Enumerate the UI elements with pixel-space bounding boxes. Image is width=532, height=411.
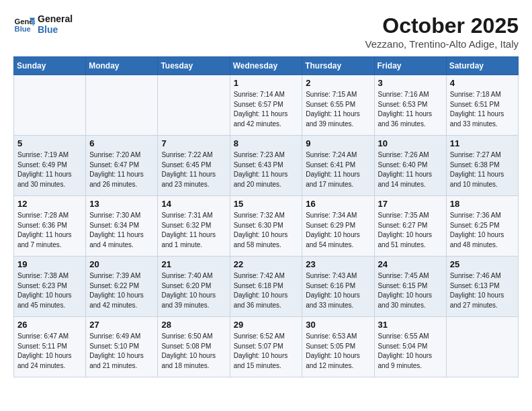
day-number: 25 (450, 259, 515, 269)
day-number: 18 (450, 199, 515, 209)
day-number: 16 (306, 199, 370, 209)
page-header: General Blue General Blue October 2025 V… (13, 13, 519, 50)
day-info: Sunrise: 6:47 AM Sunset: 5:11 PM Dayligh… (17, 332, 82, 371)
day-number: 10 (378, 138, 443, 148)
calendar-cell: 7Sunrise: 7:22 AM Sunset: 6:45 PM Daylig… (158, 136, 230, 196)
day-info: Sunrise: 7:32 AM Sunset: 6:30 PM Dayligh… (234, 211, 299, 250)
day-number: 15 (234, 199, 299, 209)
day-info: Sunrise: 7:30 AM Sunset: 6:34 PM Dayligh… (89, 211, 154, 250)
calendar-cell (158, 75, 230, 136)
header-day-wednesday: Wednesday (230, 57, 302, 75)
calendar-cell (86, 75, 158, 136)
calendar-cell: 15Sunrise: 7:32 AM Sunset: 6:30 PM Dayli… (230, 196, 302, 257)
day-number: 3 (378, 78, 443, 88)
week-row-1: 1Sunrise: 7:14 AM Sunset: 6:57 PM Daylig… (14, 75, 519, 136)
day-number: 22 (234, 259, 299, 269)
day-number: 9 (306, 138, 370, 148)
title-block: October 2025 Vezzano, Trentino-Alto Adig… (365, 13, 519, 50)
day-info: Sunrise: 7:40 AM Sunset: 6:20 PM Dayligh… (161, 271, 226, 310)
calendar-cell: 18Sunrise: 7:36 AM Sunset: 6:25 PM Dayli… (446, 196, 518, 257)
day-number: 28 (161, 320, 226, 330)
day-number: 2 (306, 78, 370, 88)
calendar-cell: 25Sunrise: 7:46 AM Sunset: 6:13 PM Dayli… (446, 257, 518, 317)
calendar-cell: 23Sunrise: 7:43 AM Sunset: 6:16 PM Dayli… (302, 257, 374, 317)
day-number: 5 (17, 138, 82, 148)
calendar-cell: 29Sunrise: 6:52 AM Sunset: 5:07 PM Dayli… (230, 317, 302, 377)
week-row-4: 19Sunrise: 7:38 AM Sunset: 6:23 PM Dayli… (14, 257, 519, 317)
calendar-subtitle: Vezzano, Trentino-Alto Adige, Italy (365, 38, 519, 50)
day-number: 12 (17, 199, 82, 209)
day-info: Sunrise: 7:20 AM Sunset: 6:47 PM Dayligh… (89, 150, 154, 189)
svg-text:Blue: Blue (15, 25, 31, 33)
day-number: 11 (450, 138, 515, 148)
day-number: 30 (306, 320, 370, 330)
calendar-cell (446, 317, 518, 377)
calendar-cell: 9Sunrise: 7:24 AM Sunset: 6:41 PM Daylig… (302, 136, 374, 196)
day-info: Sunrise: 7:42 AM Sunset: 6:18 PM Dayligh… (234, 271, 299, 310)
day-info: Sunrise: 7:39 AM Sunset: 6:22 PM Dayligh… (89, 271, 154, 310)
day-number: 1 (234, 78, 299, 88)
calendar-cell: 17Sunrise: 7:35 AM Sunset: 6:27 PM Dayli… (374, 196, 446, 257)
week-row-3: 12Sunrise: 7:28 AM Sunset: 6:36 PM Dayli… (14, 196, 519, 257)
day-number: 27 (89, 320, 154, 330)
day-number: 29 (234, 320, 299, 330)
day-info: Sunrise: 7:46 AM Sunset: 6:13 PM Dayligh… (450, 271, 515, 310)
day-number: 17 (378, 199, 443, 209)
week-row-5: 26Sunrise: 6:47 AM Sunset: 5:11 PM Dayli… (14, 317, 519, 377)
calendar-cell: 28Sunrise: 6:50 AM Sunset: 5:08 PM Dayli… (158, 317, 230, 377)
day-number: 7 (161, 138, 226, 148)
calendar-cell: 8Sunrise: 7:23 AM Sunset: 6:43 PM Daylig… (230, 136, 302, 196)
header-day-friday: Friday (374, 57, 446, 75)
day-number: 21 (161, 259, 226, 269)
day-number: 24 (378, 259, 443, 269)
day-info: Sunrise: 6:49 AM Sunset: 5:10 PM Dayligh… (89, 332, 154, 371)
day-info: Sunrise: 6:55 AM Sunset: 5:04 PM Dayligh… (378, 332, 443, 371)
day-info: Sunrise: 7:18 AM Sunset: 6:51 PM Dayligh… (450, 90, 515, 129)
day-info: Sunrise: 7:31 AM Sunset: 6:32 PM Dayligh… (161, 211, 226, 250)
day-number: 20 (89, 259, 154, 269)
calendar-cell (14, 75, 86, 136)
calendar-cell: 3Sunrise: 7:16 AM Sunset: 6:53 PM Daylig… (374, 75, 446, 136)
day-info: Sunrise: 7:23 AM Sunset: 6:43 PM Dayligh… (234, 150, 299, 189)
day-number: 13 (89, 199, 154, 209)
header-day-saturday: Saturday (446, 57, 518, 75)
day-info: Sunrise: 6:53 AM Sunset: 5:05 PM Dayligh… (306, 332, 370, 371)
calendar-cell: 31Sunrise: 6:55 AM Sunset: 5:04 PM Dayli… (374, 317, 446, 377)
calendar-cell: 22Sunrise: 7:42 AM Sunset: 6:18 PM Dayli… (230, 257, 302, 317)
calendar-cell: 11Sunrise: 7:27 AM Sunset: 6:38 PM Dayli… (446, 136, 518, 196)
header-day-sunday: Sunday (14, 57, 86, 75)
calendar-cell: 20Sunrise: 7:39 AM Sunset: 6:22 PM Dayli… (86, 257, 158, 317)
calendar-cell: 10Sunrise: 7:26 AM Sunset: 6:40 PM Dayli… (374, 136, 446, 196)
day-info: Sunrise: 7:38 AM Sunset: 6:23 PM Dayligh… (17, 271, 82, 310)
calendar-cell: 5Sunrise: 7:19 AM Sunset: 6:49 PM Daylig… (14, 136, 86, 196)
day-info: Sunrise: 7:19 AM Sunset: 6:49 PM Dayligh… (17, 150, 82, 189)
day-info: Sunrise: 7:16 AM Sunset: 6:53 PM Dayligh… (378, 90, 443, 129)
day-number: 19 (17, 259, 82, 269)
day-info: Sunrise: 7:27 AM Sunset: 6:38 PM Dayligh… (450, 150, 515, 189)
logo-text-line1: General (38, 13, 73, 24)
calendar-cell: 1Sunrise: 7:14 AM Sunset: 6:57 PM Daylig… (230, 75, 302, 136)
calendar-cell: 26Sunrise: 6:47 AM Sunset: 5:11 PM Dayli… (14, 317, 86, 377)
calendar-cell: 24Sunrise: 7:45 AM Sunset: 6:15 PM Dayli… (374, 257, 446, 317)
calendar-cell: 4Sunrise: 7:18 AM Sunset: 6:51 PM Daylig… (446, 75, 518, 136)
calendar-cell: 12Sunrise: 7:28 AM Sunset: 6:36 PM Dayli… (14, 196, 86, 257)
day-number: 31 (378, 320, 443, 330)
day-info: Sunrise: 7:35 AM Sunset: 6:27 PM Dayligh… (378, 211, 443, 250)
header-day-monday: Monday (86, 57, 158, 75)
day-info: Sunrise: 6:50 AM Sunset: 5:08 PM Dayligh… (161, 332, 226, 371)
day-info: Sunrise: 7:28 AM Sunset: 6:36 PM Dayligh… (17, 211, 82, 250)
day-number: 6 (89, 138, 154, 148)
calendar-cell: 6Sunrise: 7:20 AM Sunset: 6:47 PM Daylig… (86, 136, 158, 196)
day-info: Sunrise: 7:22 AM Sunset: 6:45 PM Dayligh… (161, 150, 226, 189)
day-number: 8 (234, 138, 299, 148)
calendar-cell: 14Sunrise: 7:31 AM Sunset: 6:32 PM Dayli… (158, 196, 230, 257)
calendar-cell: 16Sunrise: 7:34 AM Sunset: 6:29 PM Dayli… (302, 196, 374, 257)
day-info: Sunrise: 7:43 AM Sunset: 6:16 PM Dayligh… (306, 271, 370, 310)
day-info: Sunrise: 7:45 AM Sunset: 6:15 PM Dayligh… (378, 271, 443, 310)
day-number: 14 (161, 199, 226, 209)
logo-text-line2: Blue (38, 24, 73, 35)
calendar-cell: 2Sunrise: 7:15 AM Sunset: 6:55 PM Daylig… (302, 75, 374, 136)
week-row-2: 5Sunrise: 7:19 AM Sunset: 6:49 PM Daylig… (14, 136, 519, 196)
calendar-cell: 30Sunrise: 6:53 AM Sunset: 5:05 PM Dayli… (302, 317, 374, 377)
calendar-cell: 21Sunrise: 7:40 AM Sunset: 6:20 PM Dayli… (158, 257, 230, 317)
